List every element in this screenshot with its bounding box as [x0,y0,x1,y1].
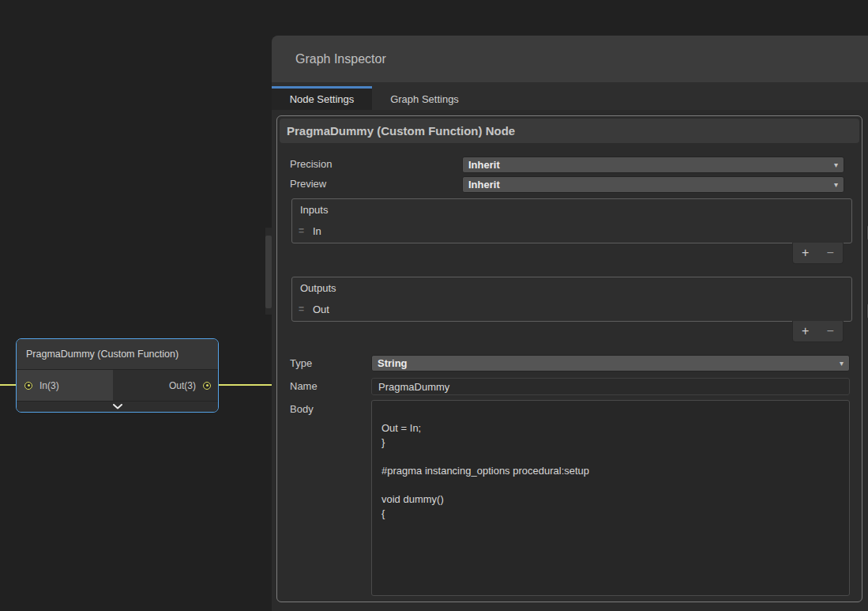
panel-title: Graph Inspector [272,36,868,82]
preview-dropdown[interactable]: Inherit ▾ [462,176,844,193]
reorder-handle-icon[interactable]: = [299,225,310,236]
inputs-list: Inputs = In Vector 3 ▾ [291,198,852,243]
preview-value: Inherit [468,179,500,190]
node-title: PragmaDummy (Custom Function) [17,339,218,370]
body-code-field[interactable]: Out = In; } #pragma instancing_options p… [371,400,850,596]
output-row-name: Out [313,304,329,315]
reorder-handle-icon[interactable]: = [299,304,310,315]
add-output-button[interactable]: + [793,321,818,341]
input-port-label: In(3) [39,380,59,391]
body-label: Body [290,401,314,418]
chevron-down-icon [113,404,122,409]
preview-label: Preview [290,175,326,193]
dropdown-arrow-icon: ▾ [834,181,838,189]
graph-inspector-panel: Graph Inspector Node Settings Graph Sett… [272,36,868,611]
type-dropdown[interactable]: String ▾ [371,355,850,372]
remove-input-button[interactable]: − [818,243,844,263]
section-title: PragmaDummy (Custom Function) Node [280,119,859,143]
outputs-row[interactable]: = Out Vector 3 ▾ [292,298,851,320]
node-output-slot: Out(3) [113,370,218,401]
outputs-list-controls: + − [792,321,844,342]
inputs-row[interactable]: = In Vector 3 ▾ [292,220,851,242]
outputs-header: Outputs [292,277,851,298]
inspector-tab-bar: Node Settings Graph Settings [272,82,868,110]
dropdown-arrow-icon: ▾ [834,161,838,169]
name-field[interactable] [371,378,850,395]
tab-node-settings[interactable]: Node Settings [272,86,372,110]
node-port-row: In(3) Out(3) [17,370,218,402]
name-label: Name [290,378,318,395]
output-port-label: Out(3) [169,380,196,391]
input-row-name: In [313,225,321,237]
inputs-list-controls: + − [792,243,844,264]
canvas-scrollbar-thumb[interactable] [265,236,272,308]
outputs-list: Outputs = Out Vector 3 ▾ [291,277,852,322]
type-value: String [378,357,408,369]
tab-graph-settings[interactable]: Graph Settings [372,86,477,110]
inputs-header: Inputs [292,199,851,220]
input-port-icon[interactable] [24,382,32,390]
dropdown-arrow-icon: ▾ [840,360,844,368]
precision-dropdown[interactable]: Inherit ▾ [462,157,844,173]
output-port-icon[interactable] [203,382,211,390]
precision-label: Precision [290,156,332,173]
remove-output-button[interactable]: − [818,321,844,341]
pragmadummy-node[interactable]: PragmaDummy (Custom Function) In(3) Out(… [16,338,219,413]
precision-value: Inherit [468,159,500,171]
type-label: Type [290,355,312,372]
node-input-slot: In(3) [17,370,113,401]
add-input-button[interactable]: + [793,243,818,263]
node-settings-group: PragmaDummy (Custom Function) Node Preci… [276,115,862,602]
node-collapse-button[interactable] [17,402,218,412]
edge-wire-right[interactable] [211,384,272,386]
